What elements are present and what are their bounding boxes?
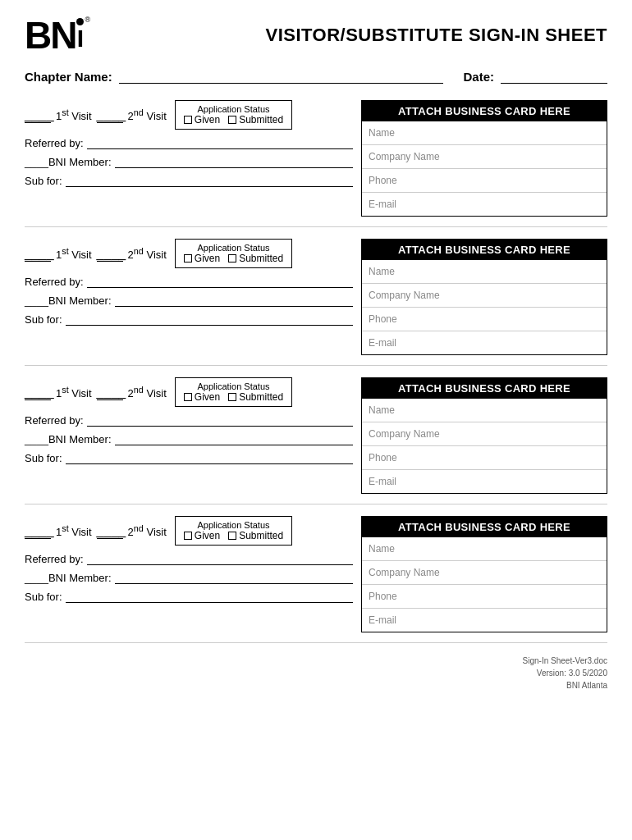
sub-for-line-1 <box>66 174 353 187</box>
bni-member-label-2: ____BNI Member: <box>25 294 112 307</box>
entry-section-2: ____ 1st Visit ____ 2nd Visit Applicatio… <box>25 239 607 366</box>
visit1-label-2: 1st Visit <box>56 246 92 261</box>
sub-for-row-2: Sub for: <box>25 313 353 326</box>
submitted-label-4: Submitted <box>239 530 283 541</box>
bni-text: BN <box>25 16 76 54</box>
entry-section-3: ____ 1st Visit ____ 2nd Visit Applicatio… <box>25 377 607 504</box>
page-title: VISITOR/SUBSTITUTE SIGN-IN SHEET <box>265 25 607 46</box>
sub-for-row-4: Sub for: <box>25 590 353 603</box>
card-company-3: Company Name <box>362 422 607 446</box>
sub-for-label-4: Sub for: <box>25 591 62 603</box>
chapter-date-row: Chapter Name: Date: <box>25 69 607 84</box>
footer-line2: Version: 3.0 5/2020 <box>25 667 607 679</box>
sub-for-label-3: Sub for: <box>25 452 62 464</box>
app-status-box-3: Application Status Given Submitted <box>175 377 292 407</box>
footer-line3: BNI Atlanta <box>25 679 607 692</box>
sub-for-line-4 <box>66 590 353 603</box>
visit2-label-3: 2nd Visit <box>128 385 167 399</box>
visit2-label-1: 2nd Visit <box>128 107 167 122</box>
referred-label-4: Referred by: <box>25 553 84 565</box>
card-email-2: E-mail <box>362 331 607 354</box>
app-status-title-3: Application Status <box>184 381 283 391</box>
referred-label-2: Referred by: <box>25 276 84 288</box>
app-status-title-1: Application Status <box>184 104 283 114</box>
visit2-sup-1: nd <box>134 107 144 117</box>
entry-section-1: ____ 1st Visit ____ 2nd Visit Applicatio… <box>25 100 607 227</box>
bni-logo: BN I ® <box>25 16 90 54</box>
app-status-box-2: Application Status Given Submitted <box>175 239 292 268</box>
given-label-4: Given <box>195 530 220 541</box>
app-status-checkboxes-3: Given Submitted <box>184 391 283 403</box>
visit2-blank-3: ____ <box>97 385 123 400</box>
entry-right-1: ATTACH BUSINESS CARD HERE Name Company N… <box>361 100 607 217</box>
bni-member-label-4: ____BNI Member: <box>25 572 112 584</box>
checkbox-submitted-square-1 <box>228 116 236 124</box>
checkbox-submitted-square-2 <box>228 254 236 262</box>
referred-line-1 <box>87 136 353 149</box>
checkbox-submitted-2: Submitted <box>228 253 283 264</box>
checkbox-given-2: Given <box>184 253 220 264</box>
card-name-2: Name <box>362 260 607 284</box>
bni-member-line-3 <box>115 432 354 445</box>
registered-mark: ® <box>85 16 90 24</box>
submitted-label-2: Submitted <box>239 253 283 264</box>
entry-left-1: ____ 1st Visit ____ 2nd Visit Applicatio… <box>25 100 361 217</box>
card-name-4: Name <box>362 537 607 561</box>
app-status-checkboxes-4: Given Submitted <box>184 530 283 541</box>
card-name-3: Name <box>362 399 607 422</box>
app-status-box-4: Application Status Given Submitted <box>175 516 292 546</box>
app-status-title-2: Application Status <box>184 243 283 253</box>
bni-member-row-3: ____BNI Member: <box>25 432 353 445</box>
given-label-3: Given <box>195 391 220 403</box>
checkbox-given-1: Given <box>184 114 220 126</box>
visit-row-3: ____ 1st Visit ____ 2nd Visit Applicatio… <box>25 377 353 407</box>
visit1-label-1: 1st Visit <box>56 107 92 122</box>
card-phone-4: Phone <box>362 585 607 609</box>
bni-member-line-1 <box>115 155 354 168</box>
visit-row-1: ____ 1st Visit ____ 2nd Visit Applicatio… <box>25 100 353 130</box>
card-phone-1: Phone <box>362 169 607 193</box>
referred-line-3 <box>87 413 353 427</box>
given-label-2: Given <box>195 253 220 264</box>
card-header-3: ATTACH BUSINESS CARD HERE <box>362 378 607 399</box>
visit2-blank-2: ____ <box>97 246 123 262</box>
visit2-sup-4: nd <box>134 523 144 533</box>
checkbox-given-square-4 <box>184 532 192 540</box>
app-status-title-4: Application Status <box>184 520 283 530</box>
visit1-label-4: 1st Visit <box>56 523 92 538</box>
page-header: BN I ® VISITOR/SUBSTITUTE SIGN-IN SHEET <box>25 16 607 54</box>
app-status-checkboxes-1: Given Submitted <box>184 114 283 126</box>
sub-for-line-3 <box>66 451 353 464</box>
sub-for-row-3: Sub for: <box>25 451 353 464</box>
referred-label-3: Referred by: <box>25 414 84 427</box>
sub-for-label-2: Sub for: <box>25 313 62 326</box>
chapter-label: Chapter Name: <box>25 70 112 84</box>
footer-line1: Sign-In Sheet-Ver3.doc <box>25 655 607 667</box>
referred-line-4 <box>87 552 353 565</box>
bni-member-row-2: ____BNI Member: <box>25 294 353 307</box>
visit1-sup-4: st <box>62 523 68 533</box>
visit2-label-2: 2nd Visit <box>128 246 167 261</box>
entry-right-4: ATTACH BUSINESS CARD HERE Name Company N… <box>361 516 607 632</box>
entry-left-4: ____ 1st Visit ____ 2nd Visit Applicatio… <box>25 516 361 632</box>
referred-row-2: Referred by: <box>25 275 353 288</box>
visit-row-2: ____ 1st Visit ____ 2nd Visit Applicatio… <box>25 239 353 268</box>
visit1-blank-1: ____ <box>25 107 51 123</box>
referred-row-1: Referred by: <box>25 136 353 149</box>
date-label: Date: <box>463 70 494 84</box>
checkbox-submitted-square-3 <box>228 393 236 401</box>
card-email-3: E-mail <box>362 470 607 493</box>
card-email-1: E-mail <box>362 193 607 216</box>
bni-member-row-1: ____BNI Member: <box>25 155 353 168</box>
checkbox-given-4: Given <box>184 530 220 541</box>
bni-member-line-4 <box>115 571 354 584</box>
card-company-4: Company Name <box>362 561 607 585</box>
footer: Sign-In Sheet-Ver3.doc Version: 3.0 5/20… <box>25 655 607 692</box>
app-status-checkboxes-2: Given Submitted <box>184 253 283 264</box>
referred-row-3: Referred by: <box>25 413 353 427</box>
visit2-blank-4: ____ <box>97 523 123 539</box>
given-label-1: Given <box>195 114 220 126</box>
card-header-2: ATTACH BUSINESS CARD HERE <box>362 240 607 260</box>
card-phone-2: Phone <box>362 308 607 331</box>
bni-i-stem: I <box>77 26 84 51</box>
